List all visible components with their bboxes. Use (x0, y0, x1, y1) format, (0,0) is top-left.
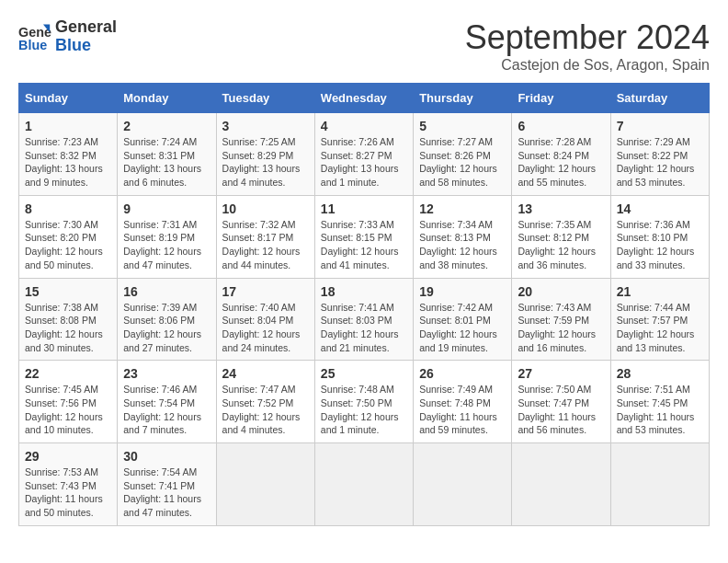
svg-text:Blue: Blue (18, 37, 47, 52)
day-number: 13 (518, 201, 604, 216)
day-info: Sunrise: 7:36 AMSunset: 8:10 PMDaylight:… (617, 218, 703, 272)
day-info: Sunrise: 7:29 AMSunset: 8:22 PMDaylight:… (617, 135, 703, 190)
day-info: Sunrise: 7:50 AMSunset: 7:47 PMDaylight:… (518, 383, 604, 437)
calendar-table: Sunday Monday Tuesday Wednesday Thursday… (18, 83, 710, 526)
table-row: 30Sunrise: 7:54 AMSunset: 7:41 PMDayligh… (118, 443, 216, 526)
table-row: 8Sunrise: 7:30 AMSunset: 8:20 PMDaylight… (19, 195, 118, 278)
col-thursday: Thursday (414, 84, 512, 113)
day-info: Sunrise: 7:38 AMSunset: 8:08 PMDaylight:… (25, 301, 111, 355)
table-row: 23Sunrise: 7:46 AMSunset: 7:54 PMDayligh… (118, 361, 216, 443)
day-info: Sunrise: 7:34 AMSunset: 8:13 PMDaylight:… (419, 218, 506, 272)
day-number: 18 (321, 284, 407, 299)
logo-text: GeneralBlue (55, 18, 117, 55)
col-saturday: Saturday (610, 84, 709, 113)
day-number: 4 (321, 119, 407, 133)
table-row: 29Sunrise: 7:53 AMSunset: 7:43 PMDayligh… (19, 443, 118, 526)
day-info: Sunrise: 7:42 AMSunset: 8:01 PMDaylight:… (419, 301, 506, 355)
table-row (512, 443, 610, 526)
day-number: 21 (617, 284, 703, 299)
day-info: Sunrise: 7:32 AMSunset: 8:17 PMDaylight:… (222, 218, 309, 272)
logo: General Blue GeneralBlue (18, 18, 117, 55)
day-info: Sunrise: 7:24 AMSunset: 8:31 PMDaylight:… (123, 135, 210, 190)
table-row: 7Sunrise: 7:29 AMSunset: 8:22 PMDaylight… (610, 113, 709, 196)
day-info: Sunrise: 7:49 AMSunset: 7:48 PMDaylight:… (419, 383, 506, 437)
table-row (610, 443, 709, 526)
day-number: 3 (222, 119, 309, 133)
day-info: Sunrise: 7:44 AMSunset: 7:57 PMDaylight:… (617, 301, 703, 355)
table-row: 21Sunrise: 7:44 AMSunset: 7:57 PMDayligh… (610, 278, 709, 361)
table-row: 3Sunrise: 7:25 AMSunset: 8:29 PMDaylight… (216, 113, 314, 196)
day-number: 11 (321, 201, 407, 216)
calendar-header-row: Sunday Monday Tuesday Wednesday Thursday… (19, 84, 710, 113)
col-monday: Monday (118, 84, 216, 113)
day-info: Sunrise: 7:43 AMSunset: 7:59 PMDaylight:… (518, 301, 604, 355)
day-number: 9 (123, 201, 210, 216)
day-info: Sunrise: 7:45 AMSunset: 7:56 PMDaylight:… (25, 383, 111, 437)
table-row: 25Sunrise: 7:48 AMSunset: 7:50 PMDayligh… (314, 361, 413, 443)
day-info: Sunrise: 7:26 AMSunset: 8:27 PMDaylight:… (321, 135, 407, 190)
table-row (216, 443, 314, 526)
table-row: 5Sunrise: 7:27 AMSunset: 8:26 PMDaylight… (414, 113, 512, 196)
day-info: Sunrise: 7:47 AMSunset: 7:52 PMDaylight:… (222, 383, 309, 437)
table-row: 17Sunrise: 7:40 AMSunset: 8:04 PMDayligh… (216, 278, 314, 361)
col-sunday: Sunday (19, 84, 118, 113)
table-row: 2Sunrise: 7:24 AMSunset: 8:31 PMDaylight… (118, 113, 216, 196)
table-row: 14Sunrise: 7:36 AMSunset: 8:10 PMDayligh… (610, 195, 709, 278)
day-number: 30 (123, 449, 210, 464)
day-info: Sunrise: 7:53 AMSunset: 7:43 PMDaylight:… (25, 465, 111, 520)
day-number: 15 (25, 284, 111, 299)
day-info: Sunrise: 7:46 AMSunset: 7:54 PMDaylight:… (123, 383, 210, 437)
day-number: 10 (222, 201, 309, 216)
day-info: Sunrise: 7:25 AMSunset: 8:29 PMDaylight:… (222, 135, 309, 190)
table-row: 9Sunrise: 7:31 AMSunset: 8:19 PMDaylight… (118, 195, 216, 278)
day-number: 7 (617, 119, 703, 133)
table-row: 28Sunrise: 7:51 AMSunset: 7:45 PMDayligh… (610, 361, 709, 443)
month-title: September 2024 (465, 18, 710, 57)
table-row: 6Sunrise: 7:28 AMSunset: 8:24 PMDaylight… (512, 113, 610, 196)
calendar-week-row: 8Sunrise: 7:30 AMSunset: 8:20 PMDaylight… (19, 195, 710, 278)
day-number: 14 (617, 201, 703, 216)
day-number: 19 (419, 284, 506, 299)
table-row (314, 443, 413, 526)
day-info: Sunrise: 7:30 AMSunset: 8:20 PMDaylight:… (25, 218, 111, 272)
day-number: 17 (222, 284, 309, 299)
day-number: 12 (419, 201, 506, 216)
day-info: Sunrise: 7:27 AMSunset: 8:26 PMDaylight:… (419, 135, 506, 190)
table-row: 22Sunrise: 7:45 AMSunset: 7:56 PMDayligh… (19, 361, 118, 443)
calendar-week-row: 29Sunrise: 7:53 AMSunset: 7:43 PMDayligh… (19, 443, 710, 526)
table-row: 27Sunrise: 7:50 AMSunset: 7:47 PMDayligh… (512, 361, 610, 443)
table-row: 11Sunrise: 7:33 AMSunset: 8:15 PMDayligh… (314, 195, 413, 278)
day-number: 8 (25, 201, 111, 216)
table-row: 16Sunrise: 7:39 AMSunset: 8:06 PMDayligh… (118, 278, 216, 361)
day-number: 20 (518, 284, 604, 299)
day-number: 23 (123, 366, 210, 381)
day-number: 25 (321, 366, 407, 381)
table-row: 13Sunrise: 7:35 AMSunset: 8:12 PMDayligh… (512, 195, 610, 278)
table-row: 15Sunrise: 7:38 AMSunset: 8:08 PMDayligh… (19, 278, 118, 361)
day-number: 22 (25, 366, 111, 381)
table-row: 19Sunrise: 7:42 AMSunset: 8:01 PMDayligh… (414, 278, 512, 361)
location-title: Castejon de Sos, Aragon, Spain (465, 57, 710, 74)
col-tuesday: Tuesday (216, 84, 314, 113)
day-info: Sunrise: 7:54 AMSunset: 7:41 PMDaylight:… (123, 465, 210, 520)
day-number: 16 (123, 284, 210, 299)
col-friday: Friday (512, 84, 610, 113)
table-row: 18Sunrise: 7:41 AMSunset: 8:03 PMDayligh… (314, 278, 413, 361)
calendar-week-row: 15Sunrise: 7:38 AMSunset: 8:08 PMDayligh… (19, 278, 710, 361)
day-info: Sunrise: 7:40 AMSunset: 8:04 PMDaylight:… (222, 301, 309, 355)
day-info: Sunrise: 7:48 AMSunset: 7:50 PMDaylight:… (321, 383, 407, 437)
day-info: Sunrise: 7:33 AMSunset: 8:15 PMDaylight:… (321, 218, 407, 272)
table-row: 12Sunrise: 7:34 AMSunset: 8:13 PMDayligh… (414, 195, 512, 278)
day-info: Sunrise: 7:39 AMSunset: 8:06 PMDaylight:… (123, 301, 210, 355)
day-info: Sunrise: 7:51 AMSunset: 7:45 PMDaylight:… (617, 383, 703, 437)
logo-icon: General Blue (18, 20, 51, 53)
day-number: 5 (419, 119, 506, 133)
day-info: Sunrise: 7:28 AMSunset: 8:24 PMDaylight:… (518, 135, 604, 190)
table-row: 20Sunrise: 7:43 AMSunset: 7:59 PMDayligh… (512, 278, 610, 361)
table-row: 24Sunrise: 7:47 AMSunset: 7:52 PMDayligh… (216, 361, 314, 443)
day-info: Sunrise: 7:41 AMSunset: 8:03 PMDaylight:… (321, 301, 407, 355)
calendar-week-row: 1Sunrise: 7:23 AMSunset: 8:32 PMDaylight… (19, 113, 710, 196)
table-row: 26Sunrise: 7:49 AMSunset: 7:48 PMDayligh… (414, 361, 512, 443)
day-number: 2 (123, 119, 210, 133)
day-number: 26 (419, 366, 506, 381)
